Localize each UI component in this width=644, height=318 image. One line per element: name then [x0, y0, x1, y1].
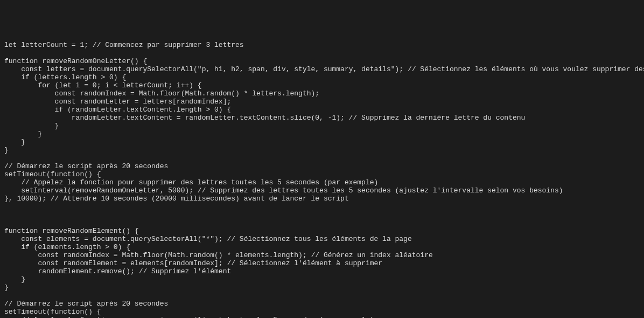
code-line: }: [4, 275, 640, 284]
code-line: setTimeout(function() {: [4, 308, 640, 316]
code-line: [4, 211, 640, 219]
code-line: const letters = document.querySelectorAl…: [4, 65, 640, 73]
code-line: [4, 292, 640, 300]
code-line: // Démarrez le script après 20 secondes: [4, 300, 640, 308]
code-line: }, 10000); // Attendre 10 secondes (2000…: [4, 195, 640, 203]
code-line: const randomIndex = Math.floor(Math.rand…: [4, 89, 640, 98]
code-line: [4, 49, 640, 57]
code-line: randomLetter.textContent = randomLetter.…: [4, 114, 640, 122]
code-line: }: [4, 130, 640, 138]
code-line: if (randomLetter.textContent.length > 0)…: [4, 106, 640, 114]
code-line: randomElement.remove(); // Supprimez l'é…: [4, 267, 640, 275]
code-line: function removeRandomOneLetter() {: [4, 57, 640, 65]
code-line: if (letters.length > 0) {: [4, 73, 640, 81]
code-line: function removeRandomElement() {: [4, 227, 640, 235]
code-line: [4, 203, 640, 211]
code-line: const randomLetter = letters[randomIndex…: [4, 98, 640, 106]
code-line: // Démarrez le script après 20 secondes: [4, 162, 640, 170]
code-line: setTimeout(function() {: [4, 170, 640, 178]
code-line: setInterval(removeRandomOneLetter, 5000)…: [4, 186, 640, 195]
code-line: }: [4, 122, 640, 130]
code-line: }: [4, 146, 640, 154]
code-line: // Appelez la fonction pour supprimer de…: [4, 178, 640, 186]
code-line: }: [4, 138, 640, 146]
code-line: // Appelez la fonction pour supprimer un…: [4, 316, 640, 318]
code-line: if (elements.length > 0) {: [4, 243, 640, 251]
code-line: [4, 154, 640, 162]
code-line: for (let i = 0; i < letterCount; i++) {: [4, 81, 640, 89]
code-line: const randomIndex = Math.floor(Math.rand…: [4, 251, 640, 259]
code-line: let letterCount = 1; // Commencez par su…: [4, 41, 640, 49]
code-editor-content[interactable]: let letterCount = 1; // Commencez par su…: [4, 41, 640, 318]
code-line: const randomElement = elements[randomInd…: [4, 259, 640, 267]
code-line: [4, 219, 640, 227]
code-line: const elements = document.querySelectorA…: [4, 235, 640, 243]
code-line: }: [4, 284, 640, 292]
